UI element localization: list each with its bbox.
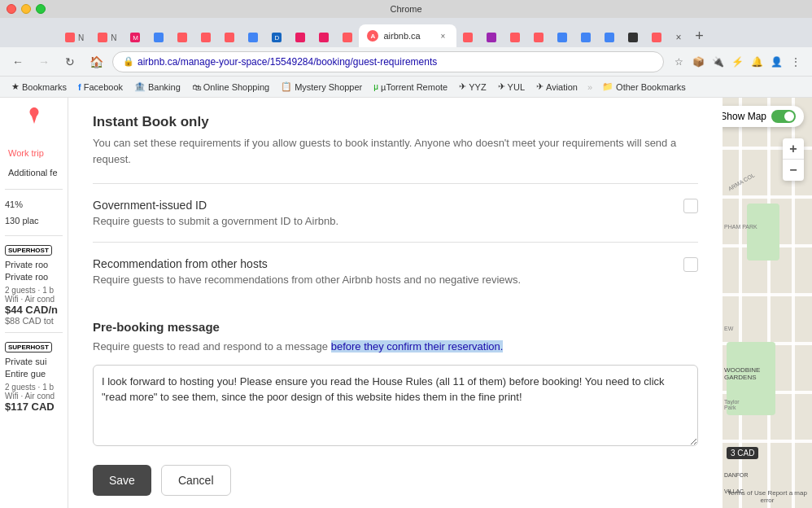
menu-button[interactable]: ⋮ bbox=[788, 54, 804, 70]
sidebar-item-work-trip[interactable]: Work trip bbox=[5, 143, 63, 163]
tab-N2[interactable]: N bbox=[91, 28, 123, 47]
tab-ai[interactable] bbox=[574, 28, 597, 47]
listing-guests-2: 2 guests · 1 b bbox=[5, 383, 63, 392]
listing-price-1: $44 CAD/n bbox=[5, 304, 63, 316]
bookmark-utorrent[interactable]: μ µTorrent Remote bbox=[370, 81, 451, 94]
sidebar-item-additional-fees[interactable]: Additional fe bbox=[5, 163, 63, 182]
yyz-icon: ✈ bbox=[459, 81, 466, 92]
yul-icon: ✈ bbox=[498, 81, 505, 92]
listing-price-2: $117 CAD bbox=[5, 401, 63, 413]
new-tab-button[interactable]: + bbox=[688, 24, 710, 47]
app-name: Chrome bbox=[390, 4, 421, 14]
bookmark-banking[interactable]: 🏦 Banking bbox=[131, 80, 184, 94]
tab-D[interactable]: D bbox=[265, 28, 288, 47]
active-tab[interactable]: A airbnb.ca × bbox=[359, 24, 456, 47]
tab-N1[interactable]: N bbox=[59, 28, 90, 47]
rec-row: Recommendation from other hosts Require … bbox=[93, 242, 698, 300]
map-zoom-controls: + − bbox=[783, 138, 804, 181]
tab-M3[interactable] bbox=[312, 28, 335, 47]
title-bar: Chrome bbox=[0, 0, 812, 18]
browser-toolbar: ☆ 📦 🔌 ⚡ 🔔 👤 ⋮ bbox=[670, 54, 804, 70]
tab-H3[interactable] bbox=[527, 28, 550, 47]
bookmark-star-icon[interactable]: ☆ bbox=[670, 54, 687, 70]
extension-icon-2[interactable]: ⚡ bbox=[729, 54, 745, 70]
tab-close-button[interactable]: × bbox=[437, 30, 448, 42]
bookmark-online-shopping[interactable]: 🛍 Online Shopping bbox=[189, 81, 273, 94]
sidebar-stat-percent: 41% bbox=[5, 196, 63, 212]
tab-U[interactable] bbox=[622, 28, 644, 47]
minimize-button[interactable] bbox=[21, 4, 31, 14]
extension-icon-3[interactable]: 🔔 bbox=[749, 54, 765, 70]
show-map-toggle[interactable]: Show Map bbox=[723, 106, 804, 127]
bookmark-yyz[interactable]: ✈ YYZ bbox=[456, 80, 489, 94]
rec-desc: Require guests to have recommendations f… bbox=[93, 274, 675, 286]
cancel-button[interactable]: Cancel bbox=[161, 465, 231, 496]
map-area: ARMA COL PHAM PARK EW WOODBINEGARDENS Ta… bbox=[723, 98, 812, 508]
bookmarks-bar: ★ Bookmarks f Facebook 🏦 Banking 🛍 Onlin… bbox=[0, 77, 812, 98]
gov-id-row: Government-issued ID Require guests to s… bbox=[93, 183, 698, 242]
address-input[interactable]: 🔒 airbnb.ca/manage-your-space/15549284/b… bbox=[112, 51, 664, 72]
gov-id-desc: Require guests to submit a government ID… bbox=[93, 215, 675, 227]
tab-favicon: A bbox=[367, 30, 378, 42]
pre-booking-desc-highlight: before they confirm their reservation. bbox=[331, 340, 504, 353]
bookmarks-separator: » bbox=[587, 82, 592, 92]
tab-M2[interactable] bbox=[289, 28, 312, 47]
extension-icon-1[interactable]: 🔌 bbox=[709, 54, 726, 70]
sidebar: Work trip Additional fe 41% 130 plac SUP… bbox=[0, 98, 68, 508]
save-button[interactable]: Save bbox=[93, 465, 151, 496]
bookmark-aviation[interactable]: ✈ Aviation bbox=[533, 80, 581, 94]
airbnb-logo bbox=[5, 106, 63, 130]
tab-Sc[interactable] bbox=[147, 28, 170, 47]
gov-id-checkbox[interactable] bbox=[683, 199, 698, 213]
profile-avatar[interactable]: 👤 bbox=[768, 54, 784, 70]
show-map-label: Show Map bbox=[723, 111, 766, 122]
toggle-switch[interactable] bbox=[771, 110, 796, 123]
tab-H[interactable] bbox=[171, 28, 194, 47]
listing-title-2a: Private sui bbox=[5, 356, 63, 368]
tab-R1[interactable] bbox=[218, 28, 241, 47]
bookmark-other[interactable]: 📁 Other Bookmarks bbox=[599, 80, 689, 94]
rec-info: Recommendation from other hosts Require … bbox=[93, 257, 675, 286]
tab-G1[interactable] bbox=[242, 28, 264, 47]
listing-amenities-2: Wifi · Air cond bbox=[5, 392, 63, 401]
tab-close2[interactable]: × bbox=[669, 28, 688, 47]
tab-H2[interactable] bbox=[456, 28, 479, 47]
zoom-in-button[interactable]: + bbox=[783, 138, 804, 160]
listing-amenities-1: Wifi · Air cond bbox=[5, 295, 63, 304]
action-buttons: Save Cancel bbox=[93, 465, 698, 496]
back-button[interactable]: ← bbox=[8, 52, 28, 72]
tab-Pr1[interactable] bbox=[194, 28, 217, 47]
address-bar: ← → ↻ 🏠 🔒 airbnb.ca/manage-your-space/15… bbox=[0, 47, 812, 77]
tab-F[interactable] bbox=[336, 28, 359, 47]
aviation-icon: ✈ bbox=[536, 81, 544, 92]
rec-checkbox[interactable] bbox=[683, 257, 698, 272]
forward-button[interactable]: → bbox=[34, 52, 54, 72]
reload-button[interactable]: ↻ bbox=[60, 52, 80, 72]
zoom-out-button[interactable]: − bbox=[783, 160, 804, 181]
folder-icon: 📁 bbox=[602, 81, 613, 92]
gov-id-title: Government-issued ID bbox=[93, 199, 675, 212]
map-price-badge: 3 CAD bbox=[727, 447, 758, 459]
dropbox-icon[interactable]: 📦 bbox=[690, 54, 706, 70]
url-text: airbnb.ca/manage-your-space/15549284/boo… bbox=[138, 56, 437, 68]
bookmark-bookmarks[interactable]: ★ Bookmarks bbox=[8, 80, 70, 94]
pre-booking-message-textarea[interactable]: I look forward to hosting you! Please en… bbox=[93, 365, 698, 446]
tab-G2[interactable] bbox=[551, 28, 574, 47]
tab-Ga[interactable] bbox=[598, 28, 621, 47]
instant-book-desc: You can set these requirements if you al… bbox=[93, 135, 698, 167]
tab-Pr2[interactable] bbox=[480, 28, 503, 47]
bookmark-facebook[interactable]: f Facebook bbox=[75, 81, 126, 94]
maximize-button[interactable] bbox=[36, 4, 46, 14]
utorrent-icon: μ bbox=[373, 82, 378, 91]
bookmark-mystery-shopper[interactable]: 📋 Mystery Shopper bbox=[277, 80, 365, 94]
tab-R2[interactable] bbox=[504, 28, 526, 47]
close-button[interactable] bbox=[7, 4, 16, 14]
sidebar-divider-3 bbox=[5, 332, 63, 333]
tab-M[interactable]: M bbox=[124, 28, 146, 47]
bookmark-yul[interactable]: ✈ YUL bbox=[495, 80, 528, 94]
tab-Ra[interactable] bbox=[645, 28, 668, 47]
map-terms[interactable]: Terms of Use Report a map error bbox=[724, 489, 810, 504]
home-button[interactable]: 🏠 bbox=[86, 52, 106, 72]
pre-booking-desc: Require guests to read and respond to a … bbox=[93, 339, 698, 355]
listing-title-2b: Entire gue bbox=[5, 368, 63, 380]
